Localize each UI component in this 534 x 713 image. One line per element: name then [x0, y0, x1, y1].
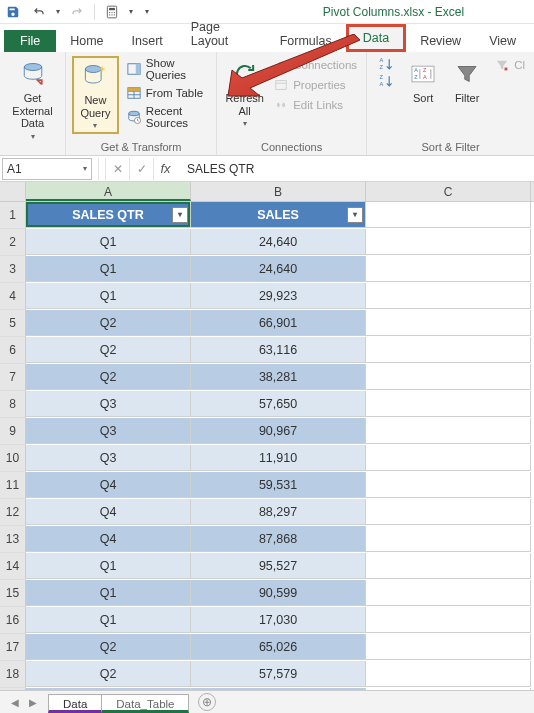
cell[interactable] [366, 634, 531, 660]
row-header[interactable]: 6 [0, 337, 26, 364]
table-cell[interactable]: 57,650 [191, 391, 366, 417]
cell[interactable] [366, 256, 531, 282]
filter-dropdown-icon[interactable]: ▾ [172, 207, 188, 223]
cell[interactable] [366, 229, 531, 255]
table-cell[interactable]: 88,297 [191, 499, 366, 525]
tab-page-layout[interactable]: Page Layout [177, 16, 266, 52]
undo-dropdown[interactable]: ▾ [56, 7, 60, 16]
row-header[interactable]: 11 [0, 472, 26, 499]
table-cell[interactable]: Q1 [26, 256, 191, 282]
table-cell[interactable]: Q1 [26, 607, 191, 633]
cell[interactable] [366, 472, 531, 498]
sort-asc-icon[interactable]: AZ [378, 56, 394, 72]
cell[interactable] [366, 526, 531, 552]
table-cell[interactable]: Q2 [26, 634, 191, 660]
cell[interactable] [366, 391, 531, 417]
sort-desc-icon[interactable]: ZA [378, 73, 394, 89]
cell[interactable] [366, 418, 531, 444]
tab-review[interactable]: Review [406, 30, 475, 52]
table-cell[interactable]: 24,640 [191, 256, 366, 282]
table-cell[interactable]: Q2 [26, 661, 191, 687]
undo-icon[interactable] [30, 3, 48, 21]
row-header[interactable]: 2 [0, 229, 26, 256]
row-header[interactable]: 12 [0, 499, 26, 526]
show-queries-button[interactable]: Show Queries [123, 56, 210, 82]
cell[interactable] [366, 202, 531, 228]
table-cell[interactable]: Q1 [26, 553, 191, 579]
row-header[interactable]: 3 [0, 256, 26, 283]
sort-button[interactable]: AZZA Sort [403, 56, 443, 107]
formula-input[interactable] [181, 158, 534, 180]
row-header[interactable]: 15 [0, 580, 26, 607]
select-all-corner[interactable] [0, 182, 26, 201]
filter-button[interactable]: Filter [447, 56, 487, 107]
cell[interactable] [366, 310, 531, 336]
get-external-data-button[interactable]: Get External Data ▾ [6, 56, 59, 143]
table-cell[interactable]: 87,868 [191, 526, 366, 552]
cancel-formula-icon[interactable]: ✕ [105, 158, 129, 180]
calc-dropdown[interactable]: ▾ [129, 7, 133, 16]
table-cell[interactable]: 65,026 [191, 634, 366, 660]
table-cell[interactable]: 66,901 [191, 310, 366, 336]
table-cell[interactable]: Q2 [26, 310, 191, 336]
cell[interactable] [366, 661, 531, 687]
table-cell[interactable]: 57,579 [191, 661, 366, 687]
sheet-tab-data[interactable]: Data [48, 694, 102, 713]
cell[interactable] [366, 445, 531, 471]
table-cell[interactable]: Q3 [26, 391, 191, 417]
table-header-cell[interactable]: SALES QTR▾ [26, 202, 191, 228]
table-cell[interactable]: 90,599 [191, 580, 366, 606]
recent-sources-button[interactable]: Recent Sources [123, 104, 210, 130]
qat-customize[interactable]: ▾ [145, 7, 149, 16]
column-header-A[interactable]: A [26, 182, 191, 201]
cell[interactable] [366, 364, 531, 390]
sheet-nav-prev[interactable]: ◀ [8, 695, 22, 709]
table-cell[interactable]: Q3 [26, 445, 191, 471]
row-header[interactable]: 16 [0, 607, 26, 634]
table-cell[interactable]: 17,030 [191, 607, 366, 633]
row-header[interactable]: 9 [0, 418, 26, 445]
table-cell[interactable]: Q4 [26, 472, 191, 498]
sheet-nav-next[interactable]: ▶ [26, 695, 40, 709]
fx-button[interactable]: fx [153, 158, 177, 180]
cell[interactable] [366, 499, 531, 525]
cell[interactable] [366, 283, 531, 309]
table-cell[interactable]: 95,527 [191, 553, 366, 579]
row-header[interactable]: 4 [0, 283, 26, 310]
table-cell[interactable]: Q1 [26, 580, 191, 606]
table-cell[interactable]: Q1 [26, 229, 191, 255]
table-cell[interactable]: 11,910 [191, 445, 366, 471]
save-icon[interactable] [4, 3, 22, 21]
table-cell[interactable]: Q4 [26, 499, 191, 525]
redo-icon[interactable] [68, 3, 86, 21]
row-header[interactable]: 13 [0, 526, 26, 553]
table-cell[interactable]: Q2 [26, 364, 191, 390]
row-header[interactable]: 7 [0, 364, 26, 391]
table-cell[interactable]: Q3 [26, 418, 191, 444]
row-header[interactable]: 18 [0, 661, 26, 688]
table-cell[interactable]: 63,116 [191, 337, 366, 363]
table-cell[interactable]: 29,923 [191, 283, 366, 309]
new-sheet-button[interactable]: ⊕ [198, 693, 216, 711]
from-table-button[interactable]: From Table [123, 84, 210, 102]
row-header[interactable]: 10 [0, 445, 26, 472]
tab-insert[interactable]: Insert [118, 30, 177, 52]
table-cell[interactable]: 90,967 [191, 418, 366, 444]
table-cell[interactable]: Q2 [26, 337, 191, 363]
tab-view[interactable]: View [475, 30, 530, 52]
row-header[interactable]: 17 [0, 634, 26, 661]
row-header[interactable]: 14 [0, 553, 26, 580]
tab-home[interactable]: Home [56, 30, 117, 52]
table-cell[interactable]: 59,531 [191, 472, 366, 498]
row-header[interactable]: 1 [0, 202, 26, 229]
cell[interactable] [366, 607, 531, 633]
new-query-button[interactable]: New Query ▾ [72, 56, 119, 134]
table-cell[interactable]: 24,640 [191, 229, 366, 255]
cell[interactable] [366, 580, 531, 606]
column-header-B[interactable]: B [191, 182, 366, 201]
connections-button[interactable]: Connections [270, 56, 360, 74]
sheet-tab-data-table[interactable]: Data_Table [101, 694, 189, 713]
table-cell[interactable]: Q1 [26, 283, 191, 309]
calculator-icon[interactable] [103, 3, 121, 21]
table-header-cell[interactable]: SALES▾ [191, 202, 366, 228]
